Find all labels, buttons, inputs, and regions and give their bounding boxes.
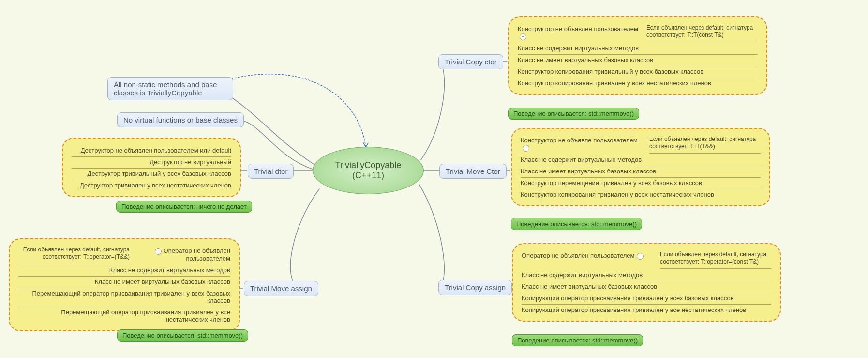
cloud-row: Конструктор копирования тривиален у всех… bbox=[521, 189, 761, 201]
branch-moveassign[interactable]: Trivial Move assign bbox=[244, 281, 318, 296]
cloud-movector[interactable]: Конструктор не объявле пользователем Есл… bbox=[511, 128, 770, 206]
behave-copyassign[interactable]: Поведение описывается: std::memmove() bbox=[512, 334, 643, 346]
cloud-row: Класс не имеет виртуальных базовых класс… bbox=[18, 277, 230, 288]
cloud-row: Класс не имеет виртуальных базовых класс… bbox=[521, 166, 761, 178]
cloud-row: Копирующий оператор присваивания тривиал… bbox=[522, 293, 771, 305]
behave-copyctor[interactable]: Поведение описывается: std::memmove() bbox=[508, 108, 639, 120]
cloud-signature: Если объявлен через default, сигнатура с… bbox=[646, 24, 758, 42]
cloud-row: Конструктор копирования тривиальный у вс… bbox=[518, 66, 758, 78]
center-line2: (C++11) bbox=[352, 171, 384, 181]
cloud-signature: Если объявлен через default, сигнатура с… bbox=[649, 136, 761, 154]
cloud-row: Деструктор не объявлен пользователем или… bbox=[72, 145, 231, 157]
central-node[interactable]: TriviallyCopyable (C++11) bbox=[313, 147, 424, 194]
cloud-row: Класс не содержит виртуальных методов bbox=[18, 265, 230, 277]
cloud-row: Конструктор не объявле пользователем bbox=[521, 137, 638, 144]
cloud-dtor[interactable]: Деструктор не объявлен пользователем или… bbox=[62, 138, 241, 197]
expand-icon[interactable] bbox=[520, 33, 526, 40]
cloud-row: Деструктор тривиальный у всех базовых кл… bbox=[72, 169, 231, 180]
cloud-moveassign[interactable]: Оператор не объявлен пользователем Если … bbox=[9, 238, 240, 331]
cloud-row: Перемещающий оператор присваивания триви… bbox=[18, 307, 230, 326]
cloud-signature: Если объявлен через default, сигнатура с… bbox=[660, 251, 771, 269]
branch-novirtual[interactable]: No virtual functions or base classes bbox=[117, 112, 244, 127]
center-line1: TriviallyCopyable bbox=[335, 160, 401, 171]
cloud-row: Деструктор не виртуальный bbox=[72, 157, 231, 169]
cloud-row: Копирующий оператор присваивания тривиал… bbox=[522, 305, 771, 316]
cloud-row: Конструктор не объявлен пользователем bbox=[518, 25, 638, 32]
cloud-signature: Если объявлен через default, сигнатура с… bbox=[18, 246, 130, 264]
expand-icon[interactable] bbox=[523, 145, 529, 152]
cloud-row: Класс не содержит виртуальных методов bbox=[518, 43, 758, 55]
cloud-row: Класс не имеет виртуальных базовых класс… bbox=[518, 55, 758, 66]
mindmap-canvas: { "center": {"line1":"TriviallyCopyable"… bbox=[0, 0, 868, 358]
cloud-row: Перемещающий оператор присваивания триви… bbox=[18, 288, 230, 307]
behave-dtor[interactable]: Поведение описывается: ничего не делает bbox=[116, 201, 252, 213]
branch-movector[interactable]: Trivial Move Ctor bbox=[439, 164, 507, 179]
cloud-row: Деструктор тривиален у всех нестатически… bbox=[72, 180, 231, 191]
branch-copyassign[interactable]: Trivial Copy assign bbox=[438, 280, 512, 295]
cloud-row: Класс не имеет виртуальных базовых класс… bbox=[522, 281, 771, 293]
branch-dtor[interactable]: Trivial dtor bbox=[248, 164, 294, 179]
cloud-row: Оператор не объявлен пользователем bbox=[164, 247, 230, 262]
behave-moveassign[interactable]: Поведение описывается: std::memmove() bbox=[117, 329, 248, 342]
expand-icon[interactable] bbox=[637, 253, 644, 260]
cloud-row: Класс не содержит виртуальных методов bbox=[521, 155, 761, 166]
cloud-row: Оператор не объявлен пользователем bbox=[522, 252, 635, 259]
cloud-row: Класс не содержит виртуальных методов bbox=[522, 270, 771, 281]
branch-nonstatic[interactable]: All non-static methods and base classes … bbox=[107, 77, 233, 100]
cloud-row: Конструктор перемещения тривиален у всех… bbox=[521, 178, 761, 189]
branch-copyctor[interactable]: Trivial Copy ctor bbox=[438, 54, 503, 69]
behave-movector[interactable]: Поведение описывается: std::memmove() bbox=[511, 218, 642, 230]
cloud-copyassign[interactable]: Оператор не объявлен пользователем Если … bbox=[512, 243, 781, 322]
cloud-row: Конструктор копирования тривиален у всех… bbox=[518, 78, 758, 89]
expand-icon[interactable] bbox=[155, 248, 162, 255]
cloud-copyctor[interactable]: Конструктор не объявлен пользователем Ес… bbox=[508, 16, 767, 95]
